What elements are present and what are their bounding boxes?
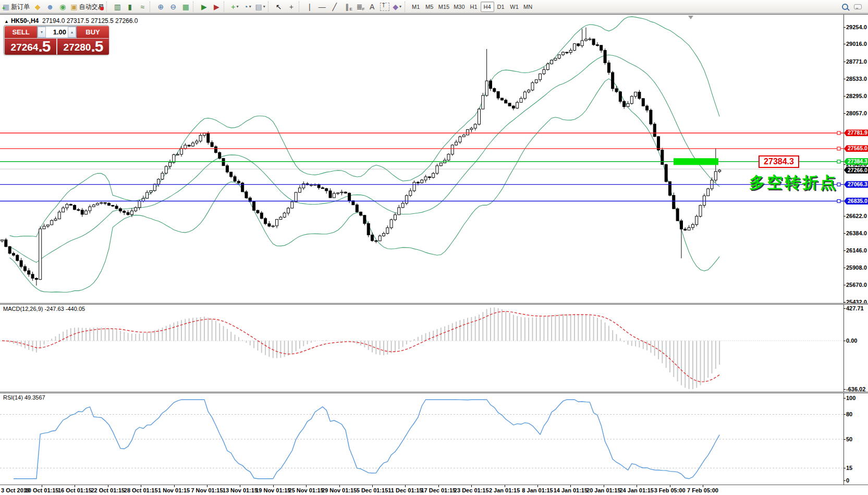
toolbar-right <box>839 1 868 13</box>
buy-button[interactable]: BUY <box>77 26 109 38</box>
candles <box>1 28 721 286</box>
toolbar-separator <box>268 2 272 12</box>
price-tick-label: 29254.0 <box>846 24 867 30</box>
cursor-icon: ↖ <box>276 3 282 10</box>
auto-scroll-icon[interactable]: ▶ <box>198 1 210 13</box>
market-watch-icon[interactable]: ☻ <box>44 1 56 13</box>
toolbar-separator <box>150 2 153 12</box>
sell-price-main: 27264 <box>11 40 39 54</box>
rsi-tick-label: 50 <box>846 436 852 442</box>
text-icon[interactable]: A <box>366 1 378 13</box>
line-handle[interactable] <box>837 160 840 163</box>
timeframe-m30[interactable]: M30 <box>451 2 467 12</box>
macd-tick-label: -636.02 <box>846 386 865 392</box>
zoom-out-icon[interactable]: ⊖ <box>167 1 179 13</box>
trendline-icon[interactable]: ╱ <box>328 1 341 13</box>
macd-tick-label: 427.71 <box>846 305 864 311</box>
time-tick <box>537 485 538 487</box>
periods-button[interactable]: ◔▾ <box>241 1 253 13</box>
horizontal-line-icon[interactable]: — <box>316 1 328 13</box>
indicators-button: + <box>231 3 235 10</box>
candlestick-chart-icon[interactable]: ▮ <box>124 1 136 13</box>
volume-down-button[interactable]: ▾ <box>38 27 46 38</box>
macd-axis[interactable] <box>843 305 844 392</box>
new-order-button[interactable]: ▦+新订单 <box>1 1 31 13</box>
time-tick-label: 2 Jan 01:15 <box>489 487 520 493</box>
chat-icon[interactable] <box>851 1 864 13</box>
indicators-button[interactable]: +▾ <box>228 1 241 13</box>
buy-price-button[interactable]: 27280.5 <box>57 39 109 55</box>
crosshair-icon[interactable]: + <box>285 1 298 13</box>
rsi-canvas[interactable] <box>0 393 868 485</box>
line-chart-icon[interactable]: ≈ <box>136 1 149 13</box>
search-icon[interactable] <box>839 1 851 13</box>
bar-chart-icon[interactable]: ▥ <box>111 1 124 13</box>
signals-icon: ◉ <box>59 3 66 10</box>
chart-shift-marker[interactable] <box>688 16 693 19</box>
channel-icon[interactable]: ∥E <box>341 1 353 13</box>
chart-shift-icon[interactable]: ▶ <box>210 1 223 13</box>
price-chart-canvas[interactable] <box>0 15 868 303</box>
timeframe-m1[interactable]: M1 <box>409 2 423 12</box>
timeframe-w1[interactable]: W1 <box>508 2 521 12</box>
volume-up-button[interactable]: ▴ <box>68 27 76 38</box>
price-line-badge: 27384.3 <box>844 158 868 165</box>
time-tick <box>108 485 108 487</box>
macd-pane[interactable]: MACD(12,26,9) -247.63 -440.05 427.710.00… <box>0 305 868 392</box>
main-chart-pane[interactable]: 29254.029016.028771.028533.028295.028057… <box>0 15 868 303</box>
zoom-in-icon[interactable]: ⊕ <box>154 1 167 13</box>
time-tick-label: 25 Nov 01:15 <box>289 487 324 493</box>
toolbar-separator <box>106 2 110 12</box>
time-axis[interactable]: 3 Oct 201910 Oct 01:1516 Oct 01:1522 Oct… <box>0 485 868 495</box>
line-handle[interactable] <box>837 147 840 150</box>
macd-canvas[interactable] <box>0 305 868 392</box>
rsi-pane[interactable]: RSI(14) 49.3567 1008050150 <box>0 393 868 485</box>
price-axis[interactable] <box>843 15 844 303</box>
autotrading-button[interactable]: ▣自动交易 <box>69 1 105 13</box>
time-tick <box>438 485 439 487</box>
chart-window: 29254.029016.028771.028533.028295.028057… <box>0 14 868 495</box>
timeframe-d1[interactable]: D1 <box>494 2 508 12</box>
cursor-icon[interactable]: ↖ <box>273 1 285 13</box>
timeframe-m5[interactable]: M5 <box>423 2 436 12</box>
toolbar: ▦+新订单◆☻◉▣自动交易▥▮≈⊕⊖▦▶▶+▾◔▾▤▾↖+|—╱∥E≣FAT◆▾… <box>0 0 868 14</box>
signals-icon[interactable]: ◉ <box>56 1 69 13</box>
timeframe-h4[interactable]: H4 <box>481 2 494 12</box>
time-tick <box>240 485 240 487</box>
autotrading-button: ▣ <box>70 3 77 10</box>
fibonacci-icon[interactable]: ≣F <box>353 1 366 13</box>
sell-price-button[interactable]: 27264.5 <box>5 39 56 55</box>
zoom-out-icon: ⊖ <box>170 3 177 10</box>
crosshair-icon: + <box>289 3 294 10</box>
volume-value[interactable]: 1.00 <box>46 27 68 38</box>
tile-windows-icon[interactable]: ▦ <box>179 1 192 13</box>
timeframe-m15[interactable]: M15 <box>436 2 451 12</box>
templates-button[interactable]: ▤▾ <box>253 1 266 13</box>
line-handle[interactable] <box>837 131 840 135</box>
time-tick-label: 14 Jan 01:15 <box>554 487 588 493</box>
time-tick <box>372 485 373 487</box>
channel-icon: ∥ <box>345 3 349 10</box>
line-handle[interactable] <box>837 200 840 203</box>
time-tick-label: 23 Dec 01:15 <box>454 487 489 493</box>
price-tick-label: 26622.0 <box>846 213 867 219</box>
price-line-badge: 27066.3 <box>844 181 868 188</box>
arrows-button[interactable]: ◆▾ <box>391 1 404 13</box>
chart-shift-icon: ▶ <box>214 3 219 10</box>
timeframe-mn[interactable]: MN <box>521 2 535 12</box>
price-callout-box[interactable]: 27384.3 <box>759 155 799 168</box>
sell-button[interactable]: SELL <box>5 26 37 38</box>
collapse-icon[interactable]: ▲ <box>4 19 9 24</box>
timeframe-h1[interactable]: H1 <box>467 2 481 12</box>
time-tick-label: 28 Oct 01:15 <box>124 487 158 493</box>
price-tick-label: 28771.0 <box>846 58 867 65</box>
vertical-line-icon[interactable]: | <box>303 1 316 13</box>
highlight-rectangle[interactable] <box>674 158 718 165</box>
time-tick-label: 11 Dec 01:15 <box>388 487 422 493</box>
price-tick-label: 28533.0 <box>846 76 867 82</box>
text-label-icon[interactable]: T <box>378 1 391 13</box>
bar-chart-icon: ▥ <box>114 3 121 10</box>
annotation-text[interactable]: 多空转折点 <box>749 172 838 194</box>
ohlc-values: 27194.0 27317.5 27125.5 27266.0 <box>42 17 138 25</box>
metaeditor-icon[interactable]: ◆ <box>31 1 44 13</box>
